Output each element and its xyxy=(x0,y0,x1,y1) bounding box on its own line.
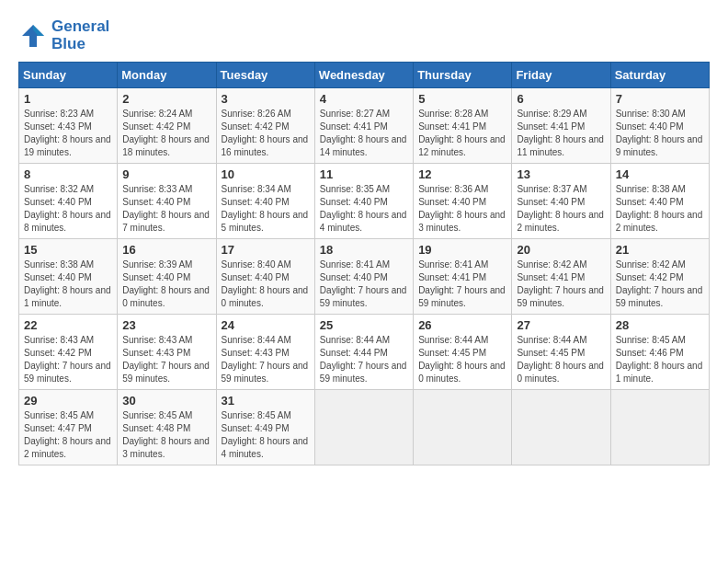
day-info: Sunrise: 8:32 AMSunset: 4:40 PMDaylight:… xyxy=(24,183,112,235)
day-info: Sunrise: 8:44 AMSunset: 4:44 PMDaylight:… xyxy=(320,334,408,385)
day-number: 31 xyxy=(222,394,310,408)
logo-icon xyxy=(18,21,48,51)
calendar-day-5: 5Sunrise: 8:28 AMSunset: 4:41 PMDaylight… xyxy=(414,88,512,164)
calendar-day-19: 19Sunrise: 8:41 AMSunset: 4:41 PMDayligh… xyxy=(414,239,512,315)
empty-cell xyxy=(314,390,413,465)
calendar-day-20: 20Sunrise: 8:42 AMSunset: 4:41 PMDayligh… xyxy=(512,239,610,315)
day-header-tuesday: Tuesday xyxy=(216,63,314,88)
day-number: 7 xyxy=(616,92,704,106)
day-info: Sunrise: 8:41 AMSunset: 4:40 PMDaylight:… xyxy=(320,259,408,310)
day-number: 16 xyxy=(122,243,210,257)
day-header-sunday: Sunday xyxy=(19,63,118,88)
day-number: 12 xyxy=(418,167,506,181)
calendar-day-17: 17Sunrise: 8:40 AMSunset: 4:40 PMDayligh… xyxy=(216,239,314,315)
day-number: 2 xyxy=(122,92,210,106)
day-number: 29 xyxy=(24,394,112,408)
calendar-day-24: 24Sunrise: 8:44 AMSunset: 4:43 PMDayligh… xyxy=(216,315,314,390)
calendar-day-26: 26Sunrise: 8:44 AMSunset: 4:45 PMDayligh… xyxy=(414,315,512,390)
day-info: Sunrise: 8:27 AMSunset: 4:41 PMDaylight:… xyxy=(320,108,408,159)
day-info: Sunrise: 8:45 AMSunset: 4:46 PMDaylight:… xyxy=(616,334,704,385)
day-info: Sunrise: 8:35 AMSunset: 4:40 PMDaylight:… xyxy=(320,183,408,235)
calendar-day-6: 6Sunrise: 8:29 AMSunset: 4:41 PMDaylight… xyxy=(512,88,610,164)
day-info: Sunrise: 8:23 AMSunset: 4:43 PMDaylight:… xyxy=(24,108,112,159)
day-info: Sunrise: 8:33 AMSunset: 4:40 PMDaylight:… xyxy=(122,183,210,235)
calendar-week-4: 22Sunrise: 8:43 AMSunset: 4:42 PMDayligh… xyxy=(19,315,710,390)
day-number: 20 xyxy=(517,243,605,257)
calendar-day-30: 30Sunrise: 8:45 AMSunset: 4:48 PMDayligh… xyxy=(118,390,216,465)
day-info: Sunrise: 8:29 AMSunset: 4:41 PMDaylight:… xyxy=(517,108,605,159)
day-info: Sunrise: 8:43 AMSunset: 4:42 PMDaylight:… xyxy=(24,334,112,385)
day-info: Sunrise: 8:26 AMSunset: 4:42 PMDaylight:… xyxy=(222,108,310,159)
calendar-day-4: 4Sunrise: 8:27 AMSunset: 4:41 PMDaylight… xyxy=(314,88,413,164)
day-info: Sunrise: 8:40 AMSunset: 4:40 PMDaylight:… xyxy=(222,259,310,310)
empty-cell xyxy=(512,390,610,465)
day-header-thursday: Thursday xyxy=(414,63,512,88)
day-number: 24 xyxy=(222,318,310,332)
day-info: Sunrise: 8:45 AMSunset: 4:48 PMDaylight:… xyxy=(122,409,210,461)
calendar-week-1: 1Sunrise: 8:23 AMSunset: 4:43 PMDaylight… xyxy=(19,88,710,164)
calendar-day-29: 29Sunrise: 8:45 AMSunset: 4:47 PMDayligh… xyxy=(19,390,118,465)
day-info: Sunrise: 8:44 AMSunset: 4:45 PMDaylight:… xyxy=(517,334,605,385)
day-info: Sunrise: 8:38 AMSunset: 4:40 PMDaylight:… xyxy=(24,259,112,310)
day-number: 19 xyxy=(418,243,506,257)
calendar-day-14: 14Sunrise: 8:38 AMSunset: 4:40 PMDayligh… xyxy=(610,164,709,239)
calendar-week-2: 8Sunrise: 8:32 AMSunset: 4:40 PMDaylight… xyxy=(19,164,710,239)
day-info: Sunrise: 8:38 AMSunset: 4:40 PMDaylight:… xyxy=(616,183,704,235)
calendar-day-7: 7Sunrise: 8:30 AMSunset: 4:40 PMDaylight… xyxy=(610,88,709,164)
calendar-day-23: 23Sunrise: 8:43 AMSunset: 4:43 PMDayligh… xyxy=(118,315,216,390)
day-info: Sunrise: 8:42 AMSunset: 4:41 PMDaylight:… xyxy=(517,259,605,310)
day-info: Sunrise: 8:34 AMSunset: 4:40 PMDaylight:… xyxy=(222,183,310,235)
day-number: 23 xyxy=(122,318,210,332)
day-number: 26 xyxy=(418,318,506,332)
day-info: Sunrise: 8:24 AMSunset: 4:42 PMDaylight:… xyxy=(122,108,210,159)
calendar-day-12: 12Sunrise: 8:36 AMSunset: 4:40 PMDayligh… xyxy=(414,164,512,239)
calendar-day-3: 3Sunrise: 8:26 AMSunset: 4:42 PMDaylight… xyxy=(216,88,314,164)
day-number: 11 xyxy=(320,167,408,181)
calendar-header-row: SundayMondayTuesdayWednesdayThursdayFrid… xyxy=(19,63,710,88)
logo-text: General Blue xyxy=(51,18,109,52)
day-number: 30 xyxy=(122,394,210,408)
calendar-day-13: 13Sunrise: 8:37 AMSunset: 4:40 PMDayligh… xyxy=(512,164,610,239)
day-number: 28 xyxy=(616,318,704,332)
calendar-day-18: 18Sunrise: 8:41 AMSunset: 4:40 PMDayligh… xyxy=(314,239,413,315)
day-number: 22 xyxy=(24,318,112,332)
day-number: 21 xyxy=(616,243,704,257)
day-number: 8 xyxy=(24,167,112,181)
day-number: 14 xyxy=(616,167,704,181)
calendar-day-1: 1Sunrise: 8:23 AMSunset: 4:43 PMDaylight… xyxy=(19,88,118,164)
day-number: 3 xyxy=(222,92,310,106)
day-info: Sunrise: 8:39 AMSunset: 4:40 PMDaylight:… xyxy=(122,259,210,310)
calendar-day-11: 11Sunrise: 8:35 AMSunset: 4:40 PMDayligh… xyxy=(314,164,413,239)
day-number: 25 xyxy=(320,318,408,332)
day-number: 1 xyxy=(24,92,112,106)
logo: General Blue xyxy=(18,18,109,52)
empty-cell xyxy=(610,390,709,465)
day-number: 18 xyxy=(320,243,408,257)
day-number: 4 xyxy=(320,92,408,106)
day-info: Sunrise: 8:45 AMSunset: 4:49 PMDaylight:… xyxy=(222,409,310,461)
day-number: 17 xyxy=(222,243,310,257)
day-number: 10 xyxy=(222,167,310,181)
day-info: Sunrise: 8:44 AMSunset: 4:45 PMDaylight:… xyxy=(418,334,506,385)
day-info: Sunrise: 8:41 AMSunset: 4:41 PMDaylight:… xyxy=(418,259,506,310)
calendar-day-9: 9Sunrise: 8:33 AMSunset: 4:40 PMDaylight… xyxy=(118,164,216,239)
day-header-monday: Monday xyxy=(118,63,216,88)
calendar-day-28: 28Sunrise: 8:45 AMSunset: 4:46 PMDayligh… xyxy=(610,315,709,390)
calendar-day-10: 10Sunrise: 8:34 AMSunset: 4:40 PMDayligh… xyxy=(216,164,314,239)
page-header: General Blue xyxy=(18,18,710,52)
calendar-week-5: 29Sunrise: 8:45 AMSunset: 4:47 PMDayligh… xyxy=(19,390,710,465)
day-number: 13 xyxy=(517,167,605,181)
day-info: Sunrise: 8:43 AMSunset: 4:43 PMDaylight:… xyxy=(122,334,210,385)
calendar-day-15: 15Sunrise: 8:38 AMSunset: 4:40 PMDayligh… xyxy=(19,239,118,315)
day-info: Sunrise: 8:42 AMSunset: 4:42 PMDaylight:… xyxy=(616,259,704,310)
day-header-saturday: Saturday xyxy=(610,63,709,88)
empty-cell xyxy=(414,390,512,465)
calendar-day-22: 22Sunrise: 8:43 AMSunset: 4:42 PMDayligh… xyxy=(19,315,118,390)
day-info: Sunrise: 8:44 AMSunset: 4:43 PMDaylight:… xyxy=(222,334,310,385)
day-header-friday: Friday xyxy=(512,63,610,88)
day-number: 27 xyxy=(517,318,605,332)
day-header-wednesday: Wednesday xyxy=(314,63,413,88)
day-info: Sunrise: 8:30 AMSunset: 4:40 PMDaylight:… xyxy=(616,108,704,159)
calendar-day-21: 21Sunrise: 8:42 AMSunset: 4:42 PMDayligh… xyxy=(610,239,709,315)
day-number: 5 xyxy=(418,92,506,106)
